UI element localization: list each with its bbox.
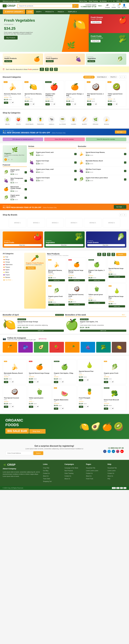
footer-links-link-2[interactable]: Contact Us (43, 472, 50, 474)
more-add-btn-3[interactable]: Add (79, 379, 83, 381)
page-btn-1[interactable]: 1 (4, 158, 7, 161)
footer-pages-link-3[interactable]: About Us (86, 475, 92, 477)
social-fb[interactable]: f (108, 0, 109, 2)
hero-side1-btn[interactable]: Fresh Greens (91, 21, 102, 24)
brand-item-5[interactable]: BRAND 6 (103, 218, 120, 228)
more-compare-btn-0[interactable]: ⇄ (12, 380, 14, 383)
instagram-item-2[interactable]: 🥑 📷 (34, 342, 48, 352)
more-add-btn-0[interactable]: Add (4, 381, 8, 383)
onsale-add-btn-0[interactable]: + (74, 153, 76, 155)
add-to-cart-btn-0[interactable]: Add (4, 102, 8, 104)
social-in[interactable]: in (114, 0, 114, 2)
instagram-item-5[interactable]: 🍇 📷 (80, 342, 95, 352)
more-wishlist-btn-1[interactable]: ♡ (34, 380, 36, 383)
footer-links-link-1[interactable]: Our Blog (43, 470, 48, 472)
cat-card-0-btn[interactable]: Shop Now → (4, 244, 42, 246)
cat-card-1-btn[interactable]: Shop Now → (46, 244, 83, 246)
brand-item-4[interactable]: BRAND 5 (84, 218, 102, 228)
nav-shop[interactable]: SHOP ▾ (34, 10, 43, 14)
onsale-add-btn-3[interactable]: + (74, 178, 76, 180)
more-wishlist-btn-4[interactable]: ♡ (108, 380, 111, 383)
instagram-item-4[interactable]: 🥕 📷 (65, 342, 80, 352)
wishlist-btn-5[interactable]: ♡ (112, 103, 115, 106)
footer-links-link-0[interactable]: Crisp FAQ (43, 467, 49, 469)
footer-help-link-1[interactable]: Lorem Lorem (108, 470, 116, 472)
wishlist-btn-3[interactable]: ♡ (71, 103, 74, 106)
footer-campaigns-link-0[interactable]: Campaign of the Week (64, 467, 78, 469)
tab-vegetables[interactable]: VEGETABLES 4 (96, 76, 108, 78)
bestseller-add-btn-2[interactable]: + (124, 170, 126, 172)
footer-pages-link-0[interactable]: Household Title (86, 467, 95, 469)
cat-list-item-0[interactable]: Fruit (3, 256, 23, 258)
cat-list-item-4[interactable]: Papaya (3, 266, 23, 268)
footer-pages-link-1[interactable]: Lorem Lorem Lorem (86, 470, 98, 472)
add-to-cart-btn-1[interactable]: Add (25, 103, 29, 106)
more-compare-btn-1[interactable]: ⇄ (36, 380, 39, 383)
cat-card-2-btn[interactable]: Shop Now → (87, 244, 125, 246)
bestseller-add-btn-0[interactable]: + (124, 153, 126, 155)
brands-prev[interactable]: ‹ (119, 213, 122, 216)
onsale-add-btn-2[interactable]: + (74, 170, 76, 172)
np-add-btn-2[interactable]: Add to Cart (88, 279, 105, 281)
more-wishlist-btn-8[interactable]: ♡ (84, 405, 86, 408)
tab-fruits[interactable]: FRUITS 3 (109, 76, 118, 78)
compare-btn-5[interactable]: ⇄ (116, 103, 118, 106)
cart-icon[interactable]: 🛒 0 Cart (117, 4, 120, 8)
promo-btn-1[interactable]: Shop Now (46, 60, 54, 62)
compare-icon[interactable]: ⇄ Compare (105, 4, 110, 8)
footer-help-link-3[interactable]: About Us (108, 475, 113, 477)
cat-item-9[interactable]: 🍌 BANANA (102, 116, 111, 125)
footer-help-link-2[interactable]: Contact Us (108, 472, 114, 474)
discount-prev[interactable]: ‹ (119, 76, 122, 79)
compare-btn-3[interactable]: ⇄ (74, 103, 76, 106)
more-compare-btn-9[interactable]: ⇄ (112, 407, 114, 410)
more-wishlist-btn-3[interactable]: ♡ (84, 378, 86, 381)
more-wishlist-btn-0[interactable]: ♡ (8, 380, 11, 383)
wishlist-btn-0[interactable]: ♡ (8, 101, 11, 104)
featured-add-btn-1[interactable]: + (24, 180, 27, 182)
more-wishlist-btn-9[interactable]: ♡ (108, 407, 111, 410)
newsletter-email[interactable] (6, 451, 32, 455)
onsale-add-btn-1[interactable]: + (74, 162, 76, 164)
footer-campaigns-link-1[interactable]: New Products (64, 470, 73, 472)
footer-help-link-0[interactable]: Household Title (108, 467, 117, 469)
more-add-btn-6[interactable]: Add (29, 406, 33, 408)
page-btn-2[interactable]: 2 (8, 158, 10, 161)
hero-buy-btn[interactable]: Buy Products (4, 36, 18, 40)
instagram-item-6[interactable]: 🥦 📷 (96, 342, 111, 352)
search-input[interactable] (18, 4, 72, 8)
add-to-cart-btn-4[interactable]: Add (87, 103, 92, 106)
np-add-btn-6[interactable]: Add to Cart (88, 302, 105, 304)
store-link[interactable]: Store → (98, 5, 103, 6)
promo2-btn[interactable]: Get Sale → (114, 205, 126, 209)
promo-btn-2[interactable]: Shop Now (88, 60, 95, 62)
brands-next[interactable]: › (123, 213, 126, 216)
cat-item-8[interactable]: 🌿 ORGANIC (91, 116, 100, 125)
organic-shop-btn[interactable]: Shop Now → (29, 429, 46, 434)
instagram-item-7[interactable]: 🍋 📷 (112, 342, 126, 352)
cat-list-item-3[interactable]: Watermelon (3, 263, 23, 266)
social-li-icon[interactable]: in (112, 450, 115, 453)
more-add-btn-2[interactable]: Add (54, 381, 58, 383)
np-add-btn-3[interactable]: Add to Cart (108, 276, 125, 278)
nav-pages[interactable]: PAGES ▾ (56, 10, 66, 14)
cat-list-item-8[interactable]: Banana (3, 276, 23, 279)
more-compare-btn-2[interactable]: ⇄ (62, 380, 64, 383)
wishlist-btn-2[interactable]: ♡ (50, 103, 53, 106)
cat-item-6[interactable]: 🥫 CANNED (69, 116, 78, 125)
cat-item-0[interactable]: 🍈 MELON (3, 116, 12, 125)
language-select[interactable]: ENG ▾ (122, 0, 126, 2)
hero-side2-btn[interactable]: Fresh Fruits (91, 40, 100, 42)
social-ig-icon[interactable]: 📷 (116, 450, 119, 453)
more-wishlist-btn-5[interactable]: ♡ (8, 405, 11, 408)
wishlist-btn-1[interactable]: ♡ (30, 103, 32, 106)
nav-product[interactable]: PRODUCT ▾ (44, 10, 55, 14)
social-fb-icon[interactable]: f (103, 450, 106, 453)
bestseller-april-cart-btn[interactable]: Add to cart (18, 330, 64, 332)
np-add-btn-4[interactable]: Add to Cart (48, 304, 65, 306)
footer-pages-link-4[interactable]: Fresh Fruits (86, 478, 93, 480)
footer-help-link-4[interactable]: FAQ (108, 478, 110, 480)
more-add-btn-8[interactable]: Add (79, 406, 83, 408)
more-add-btn-7[interactable]: Add (54, 408, 58, 410)
more-compare-btn-7[interactable]: ⇄ (62, 407, 64, 410)
